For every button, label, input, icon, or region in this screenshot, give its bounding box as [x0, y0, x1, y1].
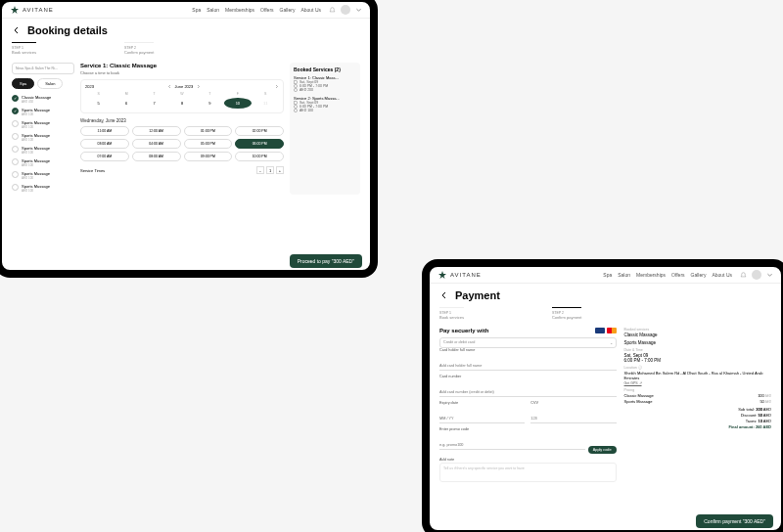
quantity-stepper[interactable]: -1+ — [256, 166, 284, 174]
service-item[interactable]: Classic MassageAED 450 — [12, 93, 74, 106]
nav-salon[interactable]: Salon — [618, 272, 630, 278]
date-cell[interactable]: 11 — [253, 98, 279, 109]
step-1[interactable]: STEP 1Book services — [12, 42, 36, 55]
promo-input[interactable] — [439, 441, 585, 450]
tab-salon[interactable]: Salon — [37, 78, 63, 89]
cvv-input[interactable] — [530, 415, 616, 423]
service-item[interactable]: Sports MassageAED 100 — [12, 156, 74, 169]
nav-offers[interactable]: Offers — [260, 7, 274, 13]
service-item[interactable]: Sports MassageAED 100 — [12, 144, 74, 156]
service-item[interactable]: Sports MassageAED 100 — [12, 118, 74, 131]
apply-code-button[interactable]: Apply code — [588, 446, 617, 454]
step-2[interactable]: STEP 2Confirm payment — [124, 42, 154, 55]
logo[interactable]: AVITANE — [10, 5, 54, 15]
time-slot[interactable]: 08:00 AM — [132, 152, 181, 161]
back-arrow-icon[interactable] — [12, 25, 22, 35]
time-slot[interactable]: 02:00 PM — [235, 126, 284, 136]
nav-about[interactable]: About Us — [712, 272, 732, 278]
location-dropdown[interactable]: Nova Spa & Salon The Ri... — [12, 63, 74, 74]
price-line: Classic Massage100AED — [624, 393, 771, 398]
stepper: STEP 1Book services STEP 2Confirm paymen… — [430, 307, 781, 324]
chevron-down-icon[interactable] — [355, 7, 362, 14]
booked-item: Service 2: Sports Massa...Sat, Sept 096:… — [294, 96, 356, 112]
checkbox-icon[interactable] — [12, 158, 19, 165]
total-line: Taxes: 10 AED — [624, 419, 771, 423]
logo[interactable]: AVITANE — [438, 270, 482, 280]
service-item[interactable]: Sports MassageAED 100 — [12, 131, 74, 144]
time-slot[interactable]: 07:00 AM — [80, 152, 129, 161]
confirm-button[interactable]: Confirm payment "300 AED" — [696, 514, 773, 528]
nav-memberships[interactable]: Memberships — [225, 7, 254, 13]
brand-name: AVITANE — [23, 7, 54, 13]
tab-spa[interactable]: Spa — [12, 78, 34, 89]
note-textarea[interactable]: Tell us if there's any specific service … — [439, 463, 617, 482]
nav-salon[interactable]: Salon — [207, 7, 219, 13]
payment-screen: AVITANE Spa Salon Memberships Offers Gal… — [422, 259, 783, 532]
checkbox-icon[interactable] — [12, 120, 19, 127]
checkbox-icon[interactable] — [12, 171, 19, 178]
time-slot[interactable]: 06:00 PM — [235, 139, 284, 149]
cardholder-input[interactable] — [439, 362, 617, 371]
next-icon[interactable] — [274, 84, 279, 89]
bell-icon[interactable] — [329, 7, 336, 14]
time-slot[interactable]: 05:00 PM — [184, 139, 233, 149]
time-slot[interactable]: 11:00 AM — [80, 126, 129, 136]
date-cell[interactable]: 5 — [85, 98, 112, 109]
next-month-icon[interactable] — [196, 84, 201, 89]
nav-gallery[interactable]: Gallery — [280, 7, 296, 13]
checkbox-icon[interactable] — [12, 108, 19, 114]
date-cell[interactable]: 8 — [168, 98, 195, 109]
avatar[interactable] — [341, 5, 350, 15]
nav-gallery[interactable]: Gallery — [691, 272, 707, 278]
time-slot[interactable]: 10:00 PM — [235, 152, 284, 161]
svg-point-5 — [294, 109, 297, 111]
calendar: 2023 June 2023 SMTWTFS 567891011 — [80, 79, 284, 113]
time-slot[interactable]: 01:00 PM — [184, 126, 233, 136]
date-cell[interactable]: 9 — [197, 98, 223, 109]
back-arrow-icon[interactable] — [439, 290, 449, 300]
nav-about[interactable]: About Us — [300, 7, 321, 13]
chevron-down-icon[interactable] — [766, 272, 773, 279]
step-2[interactable]: STEP 2Confirm payment — [552, 307, 581, 320]
avatar[interactable] — [752, 270, 761, 280]
nav-spa[interactable]: Spa — [192, 7, 201, 13]
date-cell[interactable]: 7 — [141, 98, 167, 109]
bell-icon[interactable] — [740, 272, 747, 279]
expiry-input[interactable] — [439, 415, 525, 423]
nav-memberships[interactable]: Memberships — [636, 272, 666, 278]
mastercard-icon — [607, 328, 617, 333]
service-title: Service 1: Classic Massage — [80, 63, 284, 68]
total-line: Final amount: 260 AED — [624, 424, 771, 429]
service-item[interactable]: Sports MassageAED 100 — [12, 182, 74, 195]
payment-form: Pay secuerly with Credit or debit card⌄ … — [439, 328, 617, 486]
checkbox-icon[interactable] — [12, 133, 19, 140]
date-cell[interactable]: 10 — [224, 98, 251, 109]
card-type-select[interactable]: Credit or debit card⌄ — [439, 337, 617, 348]
checkbox-icon[interactable] — [12, 95, 19, 102]
visa-icon — [595, 328, 605, 333]
stepper: STEP 1Book services STEP 2Confirm paymen… — [2, 42, 370, 59]
nav-spa[interactable]: Spa — [603, 272, 612, 278]
proceed-button[interactable]: Proceed to pay "300 AED" — [290, 254, 362, 268]
main-panel: Service 1: Classic Massage Choose a time… — [80, 63, 284, 195]
header: AVITANE Spa Salon Memberships Offers Gal… — [430, 267, 781, 284]
time-slot[interactable]: 09:00 PM — [184, 152, 233, 161]
time-slot[interactable]: 03:00 AM — [80, 139, 129, 149]
step-1[interactable]: STEP 1Book services — [439, 307, 464, 320]
service-item[interactable]: Sports MassageAED 100 — [12, 169, 74, 182]
page-title: Booking details — [27, 24, 108, 36]
checkbox-icon[interactable] — [12, 146, 19, 153]
gps-link[interactable]: Get GPS ↗ — [624, 381, 771, 385]
checkbox-icon[interactable] — [12, 184, 19, 191]
service-item[interactable]: Sports MassageAED 100 — [12, 106, 74, 118]
date-label: Wednesday, June 2023 — [80, 118, 284, 123]
date-cell[interactable]: 6 — [113, 98, 139, 109]
time-slot[interactable]: 12:00 AM — [132, 126, 181, 136]
summary-panel: Booked services Classic Massage Sports M… — [624, 328, 771, 486]
top-nav: Spa Salon Memberships Offers Gallery Abo… — [603, 272, 732, 278]
nav-offers[interactable]: Offers — [671, 272, 685, 278]
page-title-row: Booking details — [2, 19, 370, 42]
cardnumber-input[interactable] — [439, 388, 617, 397]
time-slot[interactable]: 04:00 AM — [132, 139, 181, 149]
prev-month-icon[interactable] — [167, 84, 172, 89]
